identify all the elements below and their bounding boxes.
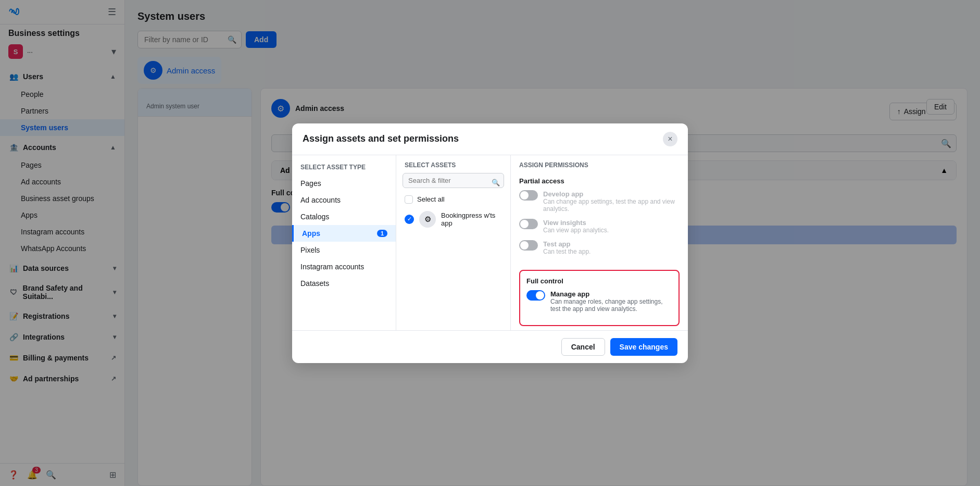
manage-app-modal-desc: Can manage roles, change app settings, t… — [550, 298, 672, 313]
modal-search-input[interactable] — [403, 173, 504, 188]
modal-cancel-button[interactable]: Cancel — [561, 338, 605, 356]
asset-app-icon: ⚙ — [419, 211, 436, 228]
view-insights-desc: Can view app analytics. — [543, 227, 609, 234]
test-app-toggle[interactable] — [519, 240, 538, 251]
modal-header: Assign assets and set permissions × — [292, 123, 688, 155]
partial-access-section: Partial access Develop app Can change ap… — [511, 173, 688, 266]
modal-col3-header: Assign permissions — [511, 155, 688, 173]
asset-type-catalogs[interactable]: Catalogs — [292, 208, 396, 225]
asset-type-pages[interactable]: Pages — [292, 175, 396, 192]
modal-asset-type-column: Select asset type Pages Ad accounts Cata… — [292, 155, 396, 330]
perm-develop-app: Develop app Can change app settings, tes… — [519, 190, 680, 213]
modal-select-all-row[interactable]: Select all — [396, 192, 510, 207]
modal-select-assets-column: Select assets 🔍 Select all ✓ ⚙ Bookingpr… — [396, 155, 511, 330]
modal-close-button[interactable]: × — [663, 132, 677, 146]
partial-access-label: Partial access — [519, 177, 680, 185]
asset-type-apps[interactable]: Apps 1 — [292, 225, 396, 242]
modal-overlay: Assign assets and set permissions × Sele… — [0, 0, 980, 486]
perm-manage-app: Manage app Can manage roles, change app … — [526, 290, 672, 313]
asset-type-ad-accounts[interactable]: Ad accounts — [292, 192, 396, 208]
modal-body: Select asset type Pages Ad accounts Cata… — [292, 155, 688, 330]
perm-test-app: Test app Can test the app. — [519, 240, 680, 255]
asset-check-icon: ✓ — [405, 215, 414, 224]
select-all-label: Select all — [417, 195, 445, 203]
asset-name: Bookingpress w'ts app — [441, 211, 502, 227]
modal-save-button[interactable]: Save changes — [610, 338, 677, 356]
modal: Assign assets and set permissions × Sele… — [292, 123, 688, 363]
view-insights-toggle[interactable] — [519, 219, 538, 229]
modal-asset-item-bookingpress[interactable]: ✓ ⚙ Bookingpress w'ts app — [396, 207, 510, 232]
view-insights-label: View insights — [543, 219, 609, 227]
select-all-checkbox[interactable] — [405, 195, 413, 204]
develop-app-label: Develop app — [543, 190, 680, 198]
asset-type-instagram[interactable]: Instagram accounts — [292, 258, 396, 275]
test-app-desc: Can test the app. — [543, 248, 590, 255]
modal-search-row: 🔍 — [396, 173, 510, 192]
manage-app-modal-toggle[interactable] — [526, 290, 545, 301]
perm-view-insights: View insights Can view app analytics. — [519, 219, 680, 234]
test-app-label: Test app — [543, 240, 590, 248]
full-control-modal-label: Full control — [526, 277, 672, 285]
asset-type-pixels[interactable]: Pixels — [292, 242, 396, 258]
develop-app-toggle[interactable] — [519, 190, 538, 201]
modal-search-icon: 🔍 — [492, 179, 500, 186]
modal-col1-header: Select asset type — [292, 161, 396, 175]
develop-app-desc: Can change app settings, test the app an… — [543, 198, 680, 213]
modal-col2-header: Select assets — [396, 155, 510, 173]
asset-type-datasets[interactable]: Datasets — [292, 275, 396, 292]
full-control-box: Full control Manage app Can manage roles… — [519, 270, 680, 326]
apps-badge: 1 — [377, 230, 387, 237]
manage-app-modal-label: Manage app — [550, 290, 672, 298]
modal-title: Assign assets and set permissions — [303, 133, 459, 144]
modal-footer: Cancel Save changes — [292, 330, 688, 363]
modal-permissions-column: Assign permissions Partial access Develo… — [511, 155, 688, 330]
